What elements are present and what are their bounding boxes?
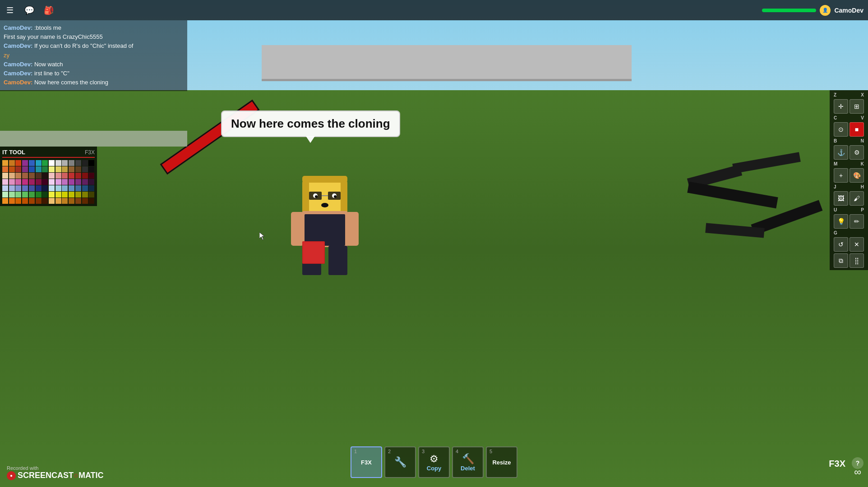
color-swatch[interactable] — [42, 185, 48, 191]
color-swatch[interactable] — [82, 192, 88, 198]
color-swatch[interactable] — [42, 179, 48, 185]
tool-light[interactable]: 💡 — [834, 214, 848, 229]
color-swatch[interactable] — [55, 173, 61, 179]
color-swatch[interactable] — [69, 185, 74, 191]
color-swatch[interactable] — [36, 179, 42, 185]
color-swatch[interactable] — [2, 166, 8, 172]
color-swatch[interactable] — [22, 173, 28, 179]
color-swatch[interactable] — [2, 173, 8, 179]
color-swatch[interactable] — [42, 198, 48, 204]
color-swatch[interactable] — [2, 160, 8, 166]
tool-rotate-obj[interactable]: ⊙ — [834, 122, 848, 137]
color-swatch[interactable] — [62, 173, 68, 179]
hotbar-slot-1[interactable]: 1 F3X — [351, 446, 382, 478]
backpack-icon[interactable]: 🎒 — [42, 4, 55, 17]
tool-anchor[interactable]: ⚓ — [834, 145, 848, 160]
color-swatch[interactable] — [42, 192, 48, 198]
tool-add[interactable]: + — [834, 168, 848, 183]
color-swatch[interactable] — [15, 179, 21, 185]
menu-icon[interactable]: ☰ — [4, 4, 16, 17]
color-swatch[interactable] — [29, 179, 35, 185]
color-swatch[interactable] — [36, 198, 42, 204]
color-swatch[interactable] — [88, 192, 94, 198]
color-swatch[interactable] — [75, 192, 81, 198]
color-swatch[interactable] — [2, 179, 8, 185]
color-swatch[interactable] — [69, 179, 74, 185]
color-swatch[interactable] — [22, 166, 28, 172]
hotbar-slot-4[interactable]: 4 🔨 Delet — [452, 446, 484, 478]
color-swatch[interactable] — [36, 173, 42, 179]
color-swatch[interactable] — [42, 173, 48, 179]
color-swatch[interactable] — [15, 166, 21, 172]
color-swatch[interactable] — [49, 198, 55, 204]
tool-settings[interactable]: ⚙ — [850, 145, 864, 160]
color-swatch[interactable] — [82, 198, 88, 204]
color-swatch[interactable] — [9, 166, 15, 172]
color-swatch[interactable] — [9, 173, 15, 179]
color-swatch[interactable] — [36, 166, 42, 172]
color-swatch[interactable] — [36, 185, 42, 191]
color-swatch[interactable] — [75, 173, 81, 179]
color-swatch[interactable] — [49, 160, 55, 166]
chat-input-bar[interactable] — [0, 131, 187, 147]
color-swatch[interactable] — [2, 198, 8, 204]
color-swatch[interactable] — [49, 185, 55, 191]
color-swatch[interactable] — [75, 166, 81, 172]
color-swatch[interactable] — [15, 185, 21, 191]
color-swatch[interactable] — [88, 160, 94, 166]
color-swatch[interactable] — [55, 166, 61, 172]
tool-move[interactable]: ✛ — [834, 99, 848, 114]
color-swatch[interactable] — [9, 185, 15, 191]
color-swatch[interactable] — [9, 192, 15, 198]
tool-image[interactable]: 🖼 — [834, 191, 848, 206]
color-swatch[interactable] — [69, 198, 74, 204]
color-swatch[interactable] — [9, 160, 15, 166]
tool-red-1[interactable]: ■ — [850, 122, 864, 137]
color-swatch[interactable] — [55, 160, 61, 166]
color-swatch[interactable] — [55, 198, 61, 204]
color-swatch[interactable] — [2, 192, 8, 198]
hotbar-slot-5[interactable]: 5 Resize — [486, 446, 517, 478]
color-swatch[interactable] — [82, 179, 88, 185]
color-swatch[interactable] — [29, 166, 35, 172]
color-swatch[interactable] — [62, 166, 68, 172]
color-swatch[interactable] — [9, 179, 15, 185]
color-swatch[interactable] — [88, 185, 94, 191]
tool-paint[interactable]: 🖌 — [850, 191, 864, 206]
color-swatch[interactable] — [49, 192, 55, 198]
tool-undo[interactable]: ↺ — [834, 237, 848, 252]
color-swatch[interactable] — [75, 185, 81, 191]
color-swatch[interactable] — [29, 160, 35, 166]
tool-extra[interactable]: ⣿ — [850, 253, 864, 268]
color-swatch[interactable] — [75, 179, 81, 185]
chat-icon[interactable]: 💬 — [23, 4, 36, 17]
tool-close[interactable]: ✕ — [850, 237, 864, 252]
color-swatch[interactable] — [69, 192, 74, 198]
color-swatch[interactable] — [9, 198, 15, 204]
hotbar-slot-3[interactable]: 3 ⚙ Copy — [418, 446, 450, 478]
color-swatch[interactable] — [82, 173, 88, 179]
color-swatch[interactable] — [55, 179, 61, 185]
color-swatch[interactable] — [55, 185, 61, 191]
color-swatch[interactable] — [88, 166, 94, 172]
color-swatch[interactable] — [88, 173, 94, 179]
color-swatch[interactable] — [82, 185, 88, 191]
color-swatch[interactable] — [2, 185, 8, 191]
color-swatch[interactable] — [82, 166, 88, 172]
color-swatch[interactable] — [42, 160, 48, 166]
color-swatch[interactable] — [15, 173, 21, 179]
color-swatch[interactable] — [82, 160, 88, 166]
tool-copy-2[interactable]: ⧉ — [834, 253, 848, 268]
color-swatch[interactable] — [88, 198, 94, 204]
color-swatch[interactable] — [22, 179, 28, 185]
color-swatch[interactable] — [29, 185, 35, 191]
color-swatch[interactable] — [42, 166, 48, 172]
color-swatch[interactable] — [62, 192, 68, 198]
color-swatch[interactable] — [62, 179, 68, 185]
color-swatch[interactable] — [62, 160, 68, 166]
color-swatch[interactable] — [29, 173, 35, 179]
tool-special[interactable]: ✏ — [850, 214, 864, 229]
color-swatch[interactable] — [29, 192, 35, 198]
color-swatch[interactable] — [69, 173, 74, 179]
color-swatch[interactable] — [75, 198, 81, 204]
